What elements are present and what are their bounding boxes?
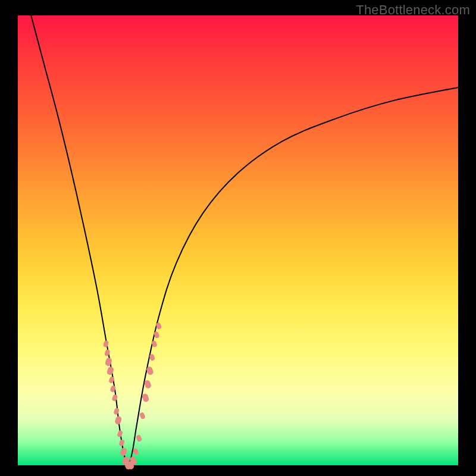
marker-bead (111, 394, 118, 402)
curve-layer (0, 0, 476, 476)
marker-bead (114, 415, 123, 425)
marker-beads (103, 322, 162, 470)
marker-bead (142, 393, 150, 403)
marker-bead (139, 412, 146, 419)
marker-bead (155, 322, 162, 330)
marker-bead (104, 349, 111, 357)
marker-bead (118, 439, 125, 447)
bottleneck-curve (31, 15, 458, 465)
marker-bead (117, 430, 123, 438)
marker-bead (107, 366, 115, 375)
marker-bead (103, 340, 109, 347)
marker-bead (120, 447, 128, 456)
marker-bead (105, 357, 113, 367)
marker-bead (136, 434, 142, 442)
marker-bead (113, 408, 120, 415)
marker-bead (133, 448, 139, 456)
